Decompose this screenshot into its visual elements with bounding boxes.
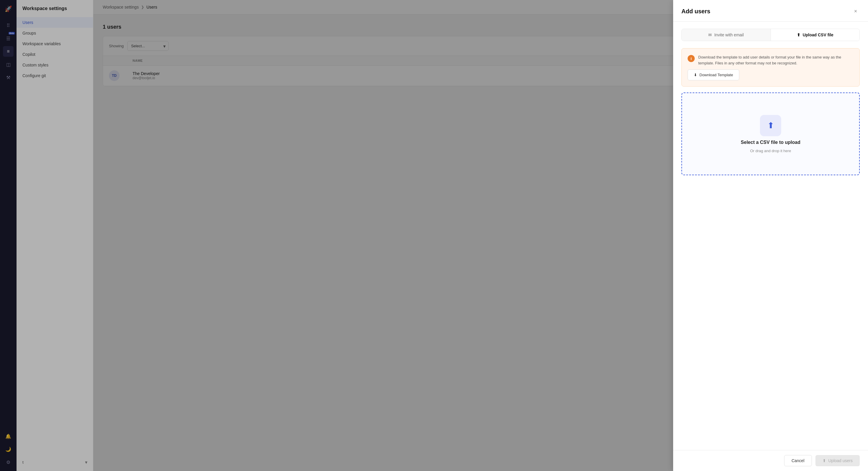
dropzone-title: Select a CSV file to upload: [741, 140, 800, 145]
upload-tab-label: Upload CSV file: [803, 32, 833, 37]
dropzone-subtitle: Or drag and drop it here: [750, 149, 791, 153]
tab-switcher: ✉ Invite with email ⬆ Upload CSV file: [681, 29, 860, 41]
upload-users-button[interactable]: ⬆ Upload users: [815, 455, 860, 466]
email-tab-icon: ✉: [708, 32, 712, 37]
modal-panel: Add users × ✉ Invite with email ⬆ Upload…: [673, 0, 868, 471]
modal-footer: Cancel ⬆ Upload users: [673, 450, 868, 471]
download-template-button[interactable]: ⬇ Download Template: [688, 69, 739, 80]
upload-tab-icon: ⬆: [797, 32, 800, 37]
close-icon[interactable]: ×: [851, 7, 860, 16]
upload-icon: ⬆: [767, 121, 774, 130]
modal-body: ✉ Invite with email ⬆ Upload CSV file i …: [673, 22, 868, 450]
cancel-button[interactable]: Cancel: [784, 455, 812, 466]
info-box: i Download the template to add user deta…: [681, 48, 860, 87]
download-label: Download Template: [700, 73, 733, 77]
info-icon: i: [688, 55, 695, 62]
modal-title: Add users: [681, 8, 710, 15]
tab-invite-email[interactable]: ✉ Invite with email: [682, 29, 771, 41]
tab-upload-csv[interactable]: ⬆ Upload CSV file: [771, 29, 860, 41]
email-tab-label: Invite with email: [714, 32, 744, 37]
modal-overlay: Add users × ✉ Invite with email ⬆ Upload…: [0, 0, 868, 471]
info-box-content: i Download the template to add user deta…: [688, 54, 854, 66]
info-text: Download the template to add user detail…: [698, 54, 854, 66]
upload-icon-wrapper: ⬆: [760, 115, 781, 136]
download-icon: ⬇: [694, 73, 697, 77]
upload-users-label: Upload users: [829, 458, 853, 463]
modal-header: Add users ×: [673, 0, 868, 22]
upload-users-icon: ⬆: [823, 458, 826, 463]
csv-dropzone[interactable]: ⬆ Select a CSV file to upload Or drag an…: [681, 92, 860, 175]
